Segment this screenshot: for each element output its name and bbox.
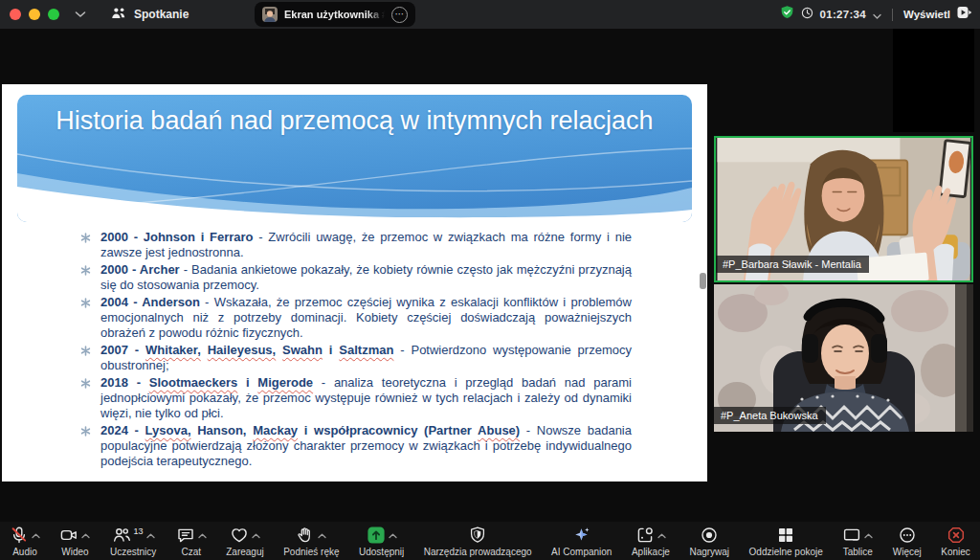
raise-hand-icon — [296, 526, 326, 545]
video-tile-barbara[interactable]: #P_Barbara Sławik - Mentalia — [714, 136, 973, 282]
apps-icon — [635, 526, 666, 545]
toolbar-label: Tablice — [843, 547, 873, 557]
slide-bullet-list: 2000 - Johnson i Ferraro - Zwrócili uwag… — [80, 230, 632, 471]
bullet-text-segment: i — [323, 343, 339, 357]
toolbar-czat[interactable]: Czat — [176, 522, 207, 560]
toolbar-label: Wideo — [61, 547, 88, 557]
toolbar-nagrywaj[interactable]: Nagrywaj — [689, 522, 729, 560]
zoom-window-button[interactable] — [48, 9, 59, 20]
bullet-text-segment: Hanson, — [191, 423, 254, 437]
toolbar-wideo[interactable]: Wideo — [59, 522, 90, 560]
meeting-toolbar: AudioWideo13UczestnicyCzatZareagujPodnie… — [0, 522, 980, 560]
bullet-text-segment: i — [237, 375, 257, 390]
toolbar-oddzielne-pokoje[interactable]: Oddzielne pokoje — [749, 522, 823, 560]
bullet-text-segment: 2000 - Johnson i Ferraro — [100, 230, 254, 244]
camera-icon — [59, 526, 90, 545]
slide-title: Historia badań nad przemocą w intymnych … — [17, 103, 692, 139]
video-tile-camera-off[interactable] — [893, 29, 974, 132]
window-view-icon[interactable] — [957, 6, 972, 23]
chat-icon — [176, 526, 207, 545]
toolbar-label: Oddzielne pokoje — [749, 547, 823, 557]
bullet-text-segment: Slootmaeckers — [149, 375, 238, 390]
toolbar-zareaguj[interactable]: Zareaguj — [226, 522, 263, 560]
slide-bullet: 2004 - Anderson - Wskazała, że przemoc c… — [80, 295, 632, 341]
bullet-text-segment: Saltzman — [339, 343, 393, 357]
toolbar-aplikacje[interactable]: Aplikacje — [632, 522, 670, 560]
clock-icon — [801, 6, 813, 23]
chevron-up-icon[interactable] — [864, 526, 873, 543]
scrollbar-thumb[interactable] — [700, 273, 706, 289]
bullet-text-segment: Abuse) — [478, 423, 520, 437]
bullet-text-segment: i współpracownicy (Partner — [298, 423, 478, 437]
toolbar-label: Czat — [181, 547, 201, 557]
toolbar-label: Koniec — [941, 547, 970, 557]
slide-title-banner: Historia badań nad przemocą w intymnych … — [17, 95, 692, 222]
zoom-meeting-window: Spotkanie Ekran użytkownika #P_Aneta ⋯ 0… — [0, 0, 980, 560]
ai-companion-icon — [572, 526, 591, 545]
video-tile-aneta[interactable]: #P_Aneta Bukowska — [714, 284, 973, 432]
toolbar-label: Aplikacje — [632, 547, 670, 557]
view-button-label[interactable]: Wyświetl — [903, 9, 950, 20]
bullet-text-segment: Whitaker, — [145, 343, 201, 357]
toolbar-label: Udostępnij — [359, 547, 404, 557]
slide-bullet: 2007 - Whitaker, Haileyesus, Swahn i Sal… — [80, 343, 632, 373]
slide-bullet: 2018 - Slootmaeckers i Migerode - analiz… — [80, 375, 632, 421]
window-title-bar: Spotkanie Ekran użytkownika #P_Aneta ⋯ 0… — [0, 0, 980, 29]
chevron-up-icon[interactable] — [657, 526, 666, 543]
shared-screen-slide: Historia badań nad przemocą w intymnych … — [2, 84, 707, 482]
bullet-text-segment: Lysova, — [145, 423, 191, 437]
chevron-up-icon[interactable] — [389, 526, 397, 543]
mic-muted-icon — [10, 526, 40, 545]
slide-bullet: 2000 - Johnson i Ferraro - Zwrócili uwag… — [80, 230, 632, 260]
window-controls — [10, 9, 59, 20]
toolbar-ai-companion[interactable]: AI Companion — [551, 522, 612, 560]
participant-name-label: #P_Aneta Bukowska — [714, 407, 826, 424]
end-meeting-icon — [947, 526, 966, 545]
chevron-up-icon[interactable] — [81, 526, 90, 543]
ellipsis-icon[interactable]: ⋯ — [391, 7, 408, 23]
meeting-tab[interactable]: Spotkanie — [111, 7, 189, 23]
bullet-text-segment: 2000 - Archer — [100, 262, 180, 277]
bullet-text-segment: 2024 - — [100, 423, 145, 437]
close-window-button[interactable] — [10, 9, 21, 20]
bullet-text-segment: Mackay — [253, 423, 298, 437]
toolbar-tablice[interactable]: Tablice — [842, 522, 873, 560]
toolbar-koniec[interactable]: Koniec — [941, 522, 970, 560]
bullet-text-segment: Haileyesus, — [208, 343, 277, 357]
minimize-window-button[interactable] — [29, 9, 40, 20]
participants-icon — [111, 7, 127, 23]
chevron-down-icon[interactable] — [873, 6, 881, 23]
chevron-down-icon[interactable] — [75, 11, 86, 18]
slide-bullet: 2000 - Archer - Badania ankietowe pokaza… — [80, 262, 632, 293]
toolbar-label: Narzędzia prowadzącego — [424, 547, 532, 557]
toolbar-label: Podnieś rękę — [283, 547, 339, 557]
slide-bullet: 2024 - Lysova, Hanson, Mackay i współpra… — [80, 423, 632, 469]
participant-name-label: #P_Barbara Sławik - Mentalia — [716, 256, 869, 273]
bullet-text-segment: 2007 - — [100, 343, 145, 357]
bullet-text-segment: Swahn — [282, 343, 323, 357]
more-icon — [898, 526, 917, 545]
bullet-text-segment — [201, 343, 208, 357]
toolbar-więcej[interactable]: Więcej — [893, 522, 922, 560]
divider — [892, 9, 893, 21]
toolbar-podnieś-rękę[interactable]: Podnieś rękę — [283, 522, 339, 560]
security-shield-icon[interactable] — [780, 5, 794, 24]
chevron-up-icon[interactable] — [318, 526, 326, 543]
meeting-main-area: Historia badań nad przemocą w intymnych … — [0, 29, 980, 522]
chevron-up-icon[interactable] — [146, 526, 155, 543]
screen-share-tab[interactable]: Ekran użytkownika #P_Aneta ⋯ — [255, 2, 415, 27]
toolbar-udostępnij[interactable]: Udostępnij — [359, 522, 404, 560]
chevron-up-icon[interactable] — [252, 526, 260, 543]
share-screen-icon — [367, 526, 397, 545]
chevron-up-icon[interactable] — [32, 526, 40, 543]
toolbar-narzędzia-prowadzącego[interactable]: Narzędzia prowadzącego — [424, 522, 532, 560]
toolbar-label: AI Companion — [551, 547, 612, 557]
record-icon — [700, 526, 719, 545]
bullet-text-segment: 2004 - Anderson — [100, 295, 200, 309]
toolbar-uczestnicy[interactable]: 13Uczestnicy — [110, 522, 156, 560]
participants-icon: 13 — [112, 526, 155, 545]
toolbar-audio[interactable]: Audio — [10, 522, 40, 560]
chevron-up-icon[interactable] — [198, 526, 207, 543]
bullet-text-segment: 2018 - — [100, 375, 149, 390]
toolbar-label: Więcej — [893, 547, 922, 557]
